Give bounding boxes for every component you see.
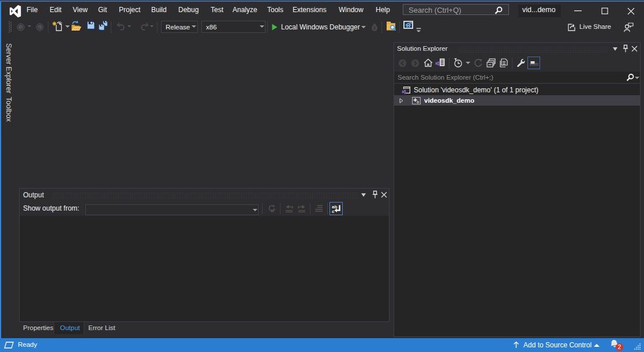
svg-text:c: c xyxy=(332,209,335,214)
